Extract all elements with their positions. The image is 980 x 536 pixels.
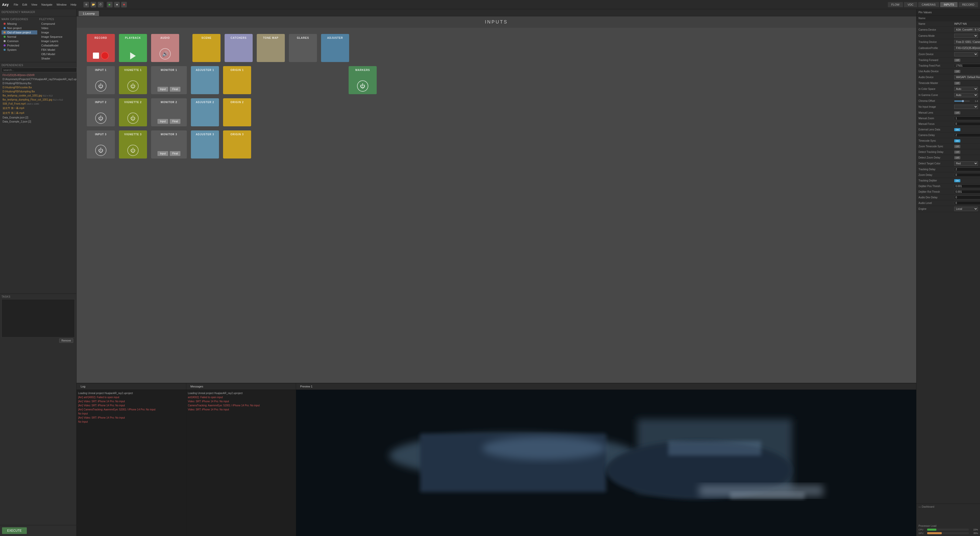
pin-dropdown-tracking-device[interactable]: Free-D: 6301 / Camera 1 bbox=[954, 40, 980, 44]
module-monitor1[interactable]: MONITOR 1 Input Final bbox=[151, 66, 187, 94]
messages-tab[interactable]: Messages bbox=[188, 384, 205, 388]
menu-help[interactable]: Help bbox=[71, 3, 76, 6]
monitor3-input-btn[interactable]: Input bbox=[158, 151, 168, 156]
module-vignette2[interactable]: VIGNETTE 2 ⏻ bbox=[119, 98, 147, 126]
menu-file[interactable]: File bbox=[14, 3, 18, 6]
module-monitor2[interactable]: MONITOR 2 Input Final bbox=[151, 98, 187, 126]
module-scene[interactable]: SCENE bbox=[192, 34, 221, 62]
pin-toggle-manual-lens[interactable]: Off bbox=[954, 111, 960, 115]
category-missing[interactable]: Missing bbox=[2, 22, 37, 26]
search-input[interactable] bbox=[2, 68, 80, 72]
new-icon[interactable]: ⊕ bbox=[83, 2, 89, 7]
monitor1-final-btn[interactable]: Final bbox=[170, 87, 180, 92]
pin-toggle-use-audio[interactable]: Off bbox=[954, 70, 960, 73]
category-out-base[interactable]: Out of base project bbox=[2, 30, 37, 35]
pin-input-zoom-delay[interactable] bbox=[954, 173, 980, 177]
pin-dropdown-camera-device[interactable]: A3A: Corvid44 - 9 / Channel 2 bbox=[954, 27, 980, 32]
remove-task-btn[interactable]: Remove bbox=[59, 339, 73, 343]
pin-toggle-ext-lens-data[interactable]: On bbox=[954, 128, 960, 131]
module-input1[interactable]: INPUT 1 ⏻ bbox=[87, 66, 115, 94]
menu-view[interactable]: View bbox=[31, 3, 37, 6]
dep-file-item[interactable]: D:\HudongFBX\bunny.fbx bbox=[2, 81, 84, 85]
tab-cameras[interactable]: CAMERAS bbox=[918, 2, 939, 7]
dep-file-item[interactable]: D:\Asymmetry\Projects\CTY\HuajianAR_ray2… bbox=[2, 77, 84, 81]
ft-shader[interactable]: Shader bbox=[39, 56, 75, 60]
ft-image-layers[interactable]: Image Layers bbox=[39, 39, 75, 43]
monitor1-input-btn[interactable]: Input bbox=[158, 87, 168, 92]
record-icon[interactable]: ⏺ bbox=[121, 2, 127, 7]
monitor2-final-btn[interactable]: Final bbox=[170, 119, 180, 124]
module-origin1[interactable]: ORIGIN 1 bbox=[223, 66, 251, 94]
pin-input-tracking-feed-port[interactable] bbox=[954, 64, 980, 68]
pin-input-tracking-delay[interactable] bbox=[954, 167, 980, 171]
module-record[interactable]: RECORD bbox=[87, 34, 115, 62]
pin-input-camera-delay[interactable] bbox=[954, 133, 980, 137]
monitor3-final-btn[interactable]: Final bbox=[170, 151, 180, 156]
ft-image[interactable]: Image bbox=[39, 30, 75, 35]
pin-input-manual-focus[interactable] bbox=[954, 122, 980, 126]
dep-file-item[interactable]: fbx_test\prop_cookie_col_1001.jpg 512 x … bbox=[2, 94, 84, 97]
module-origin3[interactable]: ORIGIN 3 bbox=[223, 130, 251, 159]
dep-file-item[interactable]: S08_Full_Front.mp4 1920 x 1080 bbox=[2, 102, 84, 106]
ft-fbx[interactable]: FBX Model bbox=[39, 48, 75, 52]
pin-toggle-timecode-sync[interactable]: On bbox=[954, 139, 960, 142]
module-monitor3[interactable]: MONITOR 3 Input Final bbox=[151, 130, 187, 159]
category-common[interactable]: Common bbox=[2, 39, 37, 43]
log-tab[interactable]: Log bbox=[79, 384, 87, 388]
pin-toggle-timecode-master[interactable]: Off bbox=[954, 82, 960, 85]
menu-edit[interactable]: Edit bbox=[22, 3, 27, 6]
monitor2-input-btn[interactable]: Input bbox=[158, 119, 168, 124]
category-protected[interactable]: Protected bbox=[2, 43, 37, 48]
module-input3[interactable]: INPUT 3 ⏻ bbox=[87, 130, 115, 159]
dep-file-item[interactable]: fbx_test\prop_dumpling_Flour_col_1001.jp… bbox=[2, 98, 84, 102]
dep-file-item[interactable]: Data_Example.json [2] bbox=[2, 116, 84, 119]
category-non-project[interactable]: Non project bbox=[2, 26, 37, 30]
module-audio[interactable]: AUDIO 🔊 bbox=[151, 34, 179, 62]
module-origin2[interactable]: ORIGIN 2 bbox=[223, 98, 251, 126]
pin-dropdown-no-input-image[interactable] bbox=[954, 105, 978, 109]
chroma-offset-slider[interactable]: 1.4 bbox=[954, 100, 978, 102]
pin-dropdown-detect-target-color[interactable]: Red bbox=[954, 161, 978, 165]
module-glares[interactable]: GLARES bbox=[289, 34, 317, 62]
pin-dropdown-camera-mode[interactable] bbox=[954, 34, 978, 38]
module-tone-map[interactable]: TONE MAP bbox=[257, 34, 285, 62]
ft-video[interactable]: Video bbox=[39, 26, 75, 30]
dep-file-item[interactable]: D:\HudongFBX\cookie.fbx bbox=[2, 86, 84, 89]
execute-button[interactable]: EXECUTE bbox=[2, 527, 27, 534]
preview-tab[interactable]: Preview 1 bbox=[298, 384, 314, 388]
pin-input-audio-level[interactable] bbox=[954, 201, 980, 205]
module-catchers[interactable]: CATCHERS bbox=[224, 34, 253, 62]
module-vignette3[interactable]: VIGNETTE 3 ⏻ bbox=[119, 130, 147, 159]
dep-file-item[interactable]: D:\HudongFBX\dumpling.fbx bbox=[2, 90, 84, 94]
pin-input-dejitter-pos[interactable] bbox=[954, 184, 980, 188]
dep-file-item[interactable]: FX+OZO(35-80)mm+150VR bbox=[2, 73, 84, 77]
pin-input-dejitter-rot[interactable] bbox=[954, 190, 980, 194]
dep-file-item[interactable]: Data_Example_2.json [2] bbox=[2, 120, 84, 124]
module-adjuster1[interactable]: ADJUSTER 1 bbox=[191, 66, 219, 94]
tab-flow[interactable]: FLOW bbox=[888, 2, 903, 7]
module-markers[interactable]: MARKERS ⏻ bbox=[348, 66, 377, 94]
pin-dropdown-in-gamma[interactable]: Auto bbox=[954, 93, 978, 97]
pin-toggle-detect-zoom-delay[interactable]: Off bbox=[954, 156, 960, 159]
dep-file-item[interactable]: 追光节 第二幕.mp4 bbox=[2, 111, 84, 115]
stop-icon[interactable]: ■ bbox=[114, 2, 120, 7]
menu-window[interactable]: Window bbox=[56, 3, 66, 6]
category-system[interactable]: System bbox=[2, 48, 37, 52]
pin-toggle-tracking-dejitter[interactable]: On bbox=[954, 179, 960, 182]
pin-input-manual-zoom[interactable] bbox=[954, 116, 980, 120]
module-input2[interactable]: INPUT 2 ⏻ bbox=[87, 98, 115, 126]
pin-dropdown-calib-profile[interactable]: FX6+OZO(35-80)mm+150VR bbox=[954, 46, 980, 50]
slider-thumb[interactable] bbox=[962, 100, 964, 102]
pin-toggle-tracking-forward[interactable]: Off bbox=[954, 59, 960, 62]
pin-dropdown-in-color-space[interactable]: Auto bbox=[954, 87, 978, 91]
play-icon[interactable]: ▶ bbox=[107, 2, 113, 7]
pin-toggle-detect-tracking-delay[interactable]: Off bbox=[954, 151, 960, 154]
module-vignette1[interactable]: VIGNETTE 1 ⏻ bbox=[119, 66, 147, 94]
ft-collada[interactable]: ColladaModel bbox=[39, 43, 75, 48]
tab-record[interactable]: RECORD bbox=[959, 2, 978, 7]
stop-button[interactable] bbox=[93, 52, 99, 59]
pin-toggle-zoom-tc-sync[interactable]: Off bbox=[954, 145, 960, 148]
module-adjuster[interactable]: ADJUSTER bbox=[321, 34, 349, 62]
recent-icon[interactable]: ⏱ bbox=[98, 2, 103, 7]
pin-dropdown-zoom-device[interactable] bbox=[954, 52, 978, 56]
